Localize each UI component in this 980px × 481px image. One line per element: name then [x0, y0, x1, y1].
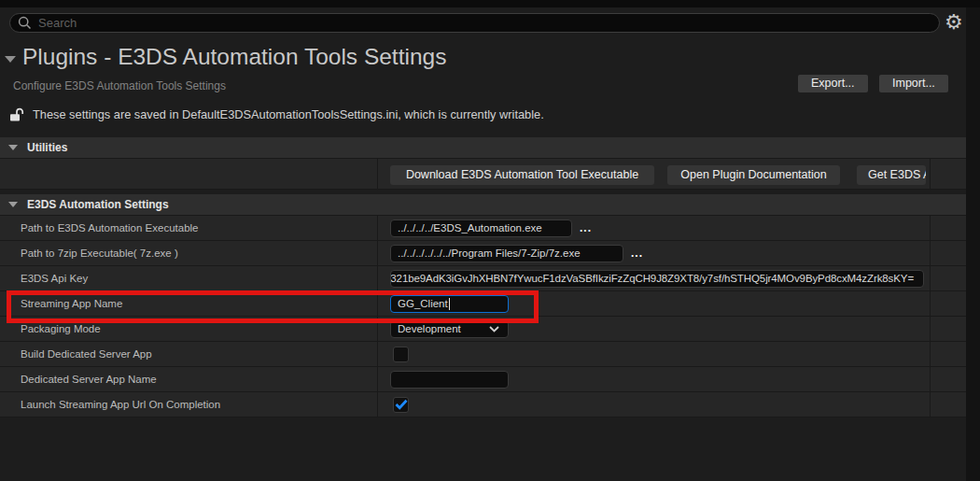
browse-7zip-button[interactable]: ...: [631, 247, 643, 260]
path-e3ds-input[interactable]: ../../../../E3DS_Automation.exe: [390, 219, 572, 237]
search-input[interactable]: Search: [9, 13, 940, 33]
settings-gear-icon[interactable]: ⚙: [945, 9, 963, 35]
export-button[interactable]: Export...: [798, 75, 868, 92]
launch-url-checkbox[interactable]: [393, 397, 409, 413]
check-icon: [395, 399, 408, 410]
api-key-input[interactable]: 321be9AdK3iGvJhXHBN7fYwucF1dzVaSBfIkziFz…: [390, 270, 924, 288]
settings-table: Utilities Download E3DS Automation Tool …: [0, 137, 966, 417]
dedicated-server-name-input[interactable]: [390, 371, 509, 389]
get-e3ds-button[interactable]: Get E3DS A: [857, 165, 926, 185]
config-file-text: These settings are saved in DefaultE3DSA…: [33, 107, 544, 121]
path-7zip-input[interactable]: ../../../../../../Program Files/7-Zip/7z…: [390, 245, 623, 262]
window-top-edge: [0, 0, 980, 7]
page-subtitle: Configure E3DS Automation Tools Settings: [13, 79, 226, 92]
chevron-down-icon: [489, 326, 499, 332]
row-path-7zip: Path to 7zip Executable( 7z.exe ) ../../…: [0, 241, 966, 266]
row-launch-url: Launch Streaming App Url On Completion: [0, 392, 966, 417]
utilities-button-row: Download E3DS Automation Tool Executable…: [0, 159, 966, 190]
download-tool-button[interactable]: Download E3DS Automation Tool Executable: [390, 165, 654, 185]
search-placeholder: Search: [38, 16, 77, 30]
open-docs-button[interactable]: Open Plugin Documentation: [667, 165, 840, 185]
search-icon: [18, 16, 32, 30]
row-api-key: E3DS Api Key 321be9AdK3iGvJhXHBN7fYwucF1…: [0, 266, 966, 291]
row-dedicated-server-name: Dedicated Server App Name: [0, 367, 966, 392]
import-button[interactable]: Import...: [879, 75, 948, 92]
build-dedicated-server-checkbox[interactable]: [393, 347, 409, 362]
page-title: Plugins - E3DS Automation Tools Settings: [22, 44, 446, 70]
annotation-highlight-box: [7, 290, 539, 323]
section-automation-settings[interactable]: E3DS Automation Settings: [0, 194, 966, 216]
section-utilities[interactable]: Utilities: [0, 137, 966, 159]
settings-window: Search ⚙ Plugins - E3DS Automation Tools…: [0, 0, 980, 481]
row-build-dedicated-server: Build Dedicated Server App: [0, 342, 966, 367]
row-path-e3ds: Path to E3DS Automation Executable ../..…: [0, 216, 966, 241]
utilities-collapse-icon[interactable]: [8, 145, 18, 150]
config-file-info: These settings are saved in DefaultE3DSA…: [9, 107, 544, 121]
browse-e3ds-button[interactable]: ...: [580, 221, 592, 234]
title-collapse-icon[interactable]: [5, 56, 16, 63]
automation-collapse-icon[interactable]: [8, 202, 18, 207]
unlock-icon: [9, 107, 25, 121]
